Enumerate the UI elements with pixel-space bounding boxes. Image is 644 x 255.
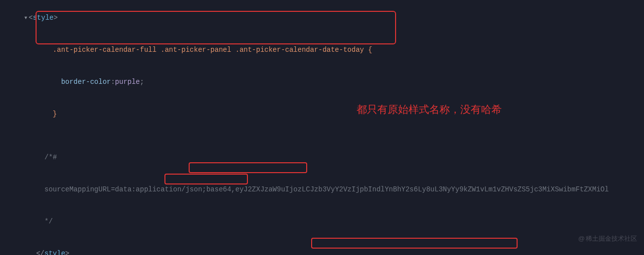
- code-line[interactable]: border-color:purple;: [0, 66, 644, 98]
- watermark: @稀土掘金技术社区: [578, 234, 637, 243]
- tag-name: style: [44, 250, 65, 255]
- devtools-elements-panel: <style> .ant-picker-calendar-full .ant-p…: [0, 0, 644, 255]
- annotation-text: 都只有原始样式名称，没有哈希: [357, 103, 502, 116]
- code-line[interactable]: }: [0, 98, 644, 130]
- comment: sourceMappingURL=data:application/json;b…: [44, 185, 609, 193]
- code-line[interactable]: </style>: [0, 238, 644, 255]
- code-line[interactable]: */: [0, 206, 644, 238]
- code-line[interactable]: sourceMappingURL=data:application/json;b…: [0, 174, 644, 206]
- comment: /*#: [44, 153, 57, 161]
- tag-name: style: [33, 14, 53, 22]
- code-line: [0, 130, 644, 142]
- code-line[interactable]: .ant-picker-calendar-full .ant-picker-pa…: [0, 34, 644, 66]
- css-selector: .ant-picker-calendar-full .ant-picker-pa…: [53, 46, 372, 54]
- code-line[interactable]: <style>: [0, 2, 644, 34]
- comment: */: [44, 218, 53, 225]
- css-value: purple: [115, 78, 140, 86]
- code-line[interactable]: /*#: [0, 142, 644, 174]
- expand-arrow-icon[interactable]: [24, 13, 29, 23]
- css-property: border-color: [61, 78, 111, 86]
